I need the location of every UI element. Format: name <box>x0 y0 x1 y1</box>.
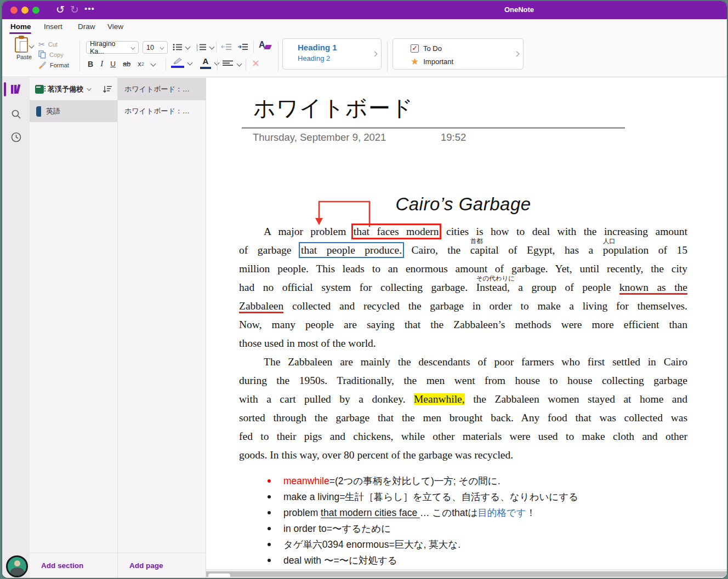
bullet-list-button[interactable] <box>173 43 183 51</box>
text-segment: known as the <box>619 282 687 293</box>
notebooks-rail-button[interactable] <box>2 78 30 101</box>
strikethrough-button[interactable]: ab <box>123 58 130 71</box>
cut-scissors-icon: ✂ <box>38 40 45 49</box>
tab-view[interactable]: View <box>107 22 123 31</box>
passage-line: during the 1950s. Traditionally, the men… <box>239 371 687 390</box>
scrollbar-thumb[interactable] <box>208 574 230 578</box>
outdent-button[interactable] <box>221 43 232 50</box>
style-heading2[interactable]: Heading 2 <box>298 54 381 62</box>
align-lines-icon <box>223 60 233 67</box>
page-title-2: ホワイトボード：… <box>124 106 190 116</box>
scrollbar-track[interactable] <box>206 571 727 577</box>
page-item-2[interactable]: ホワイトボード：… <box>118 100 206 122</box>
font-color-button[interactable]: A <box>200 56 211 69</box>
indent-button[interactable] <box>237 43 248 50</box>
numbered-list-icon: 1 2 3 <box>196 43 207 51</box>
outdent-icon <box>221 43 232 50</box>
cut-button[interactable]: ✂ Cut <box>38 39 69 49</box>
italic-button[interactable]: I <box>100 58 103 71</box>
sections-column: 茗渓予備校 英語 Add section <box>30 78 118 578</box>
paste-label: Paste <box>11 54 37 60</box>
copy-button[interactable]: Copy <box>38 49 69 60</box>
highlight-chevron-icon[interactable] <box>187 60 193 66</box>
text-segment: during the 1950s. Traditionally, the men… <box>239 375 687 386</box>
notebook-selector[interactable]: 茗渓予備校 <box>30 78 117 100</box>
text-segment: make a living=生計［暮らし］を立てる、自活する、なりわいにする <box>283 491 578 502</box>
text-segment: meanwhile <box>283 475 329 486</box>
bullet-dot-icon <box>268 511 271 514</box>
add-page-button[interactable]: Add page <box>118 553 206 578</box>
highlight-color-button[interactable] <box>171 58 184 68</box>
text-segment: 目的格です <box>477 507 526 518</box>
passage-line: goods. In this way, over 80 percent of t… <box>239 446 687 465</box>
important-star-icon: ★ <box>411 56 419 67</box>
bullet-dot-icon <box>268 559 271 562</box>
app-title: OneNote <box>497 5 541 14</box>
font-size-select[interactable]: 10 <box>143 41 168 54</box>
subscript-chevron-icon[interactable] <box>150 61 156 67</box>
add-section-label: Add section <box>41 561 83 570</box>
recent-notes-rail-button[interactable] <box>2 125 30 148</box>
indent-icon <box>237 43 248 50</box>
tag-todo[interactable]: ✓ To Do <box>411 42 523 55</box>
titlebar: ↺ ↻ ••• OneNote <box>2 1 727 19</box>
text-segment: deal with 〜=〜に対処する <box>283 555 397 566</box>
page-time: 19:52 <box>441 131 466 144</box>
note-canvas[interactable]: ホワイトボード Thursday, September 9, 2021 19:5… <box>206 78 727 578</box>
bullet-dot-icon <box>268 479 271 483</box>
undo-icon[interactable]: ↺ <box>56 2 65 18</box>
paste-button[interactable]: Paste <box>11 37 37 60</box>
underline-button[interactable]: U <box>110 58 116 71</box>
text-segment: … このthatは <box>420 507 477 518</box>
cut-label: Cut <box>48 41 58 48</box>
search-rail-button[interactable] <box>2 102 30 125</box>
numbered-list-button[interactable]: 1 2 3 <box>196 43 207 51</box>
add-section-button[interactable]: Add section <box>30 553 117 578</box>
notebook-chevron-icon <box>87 86 91 90</box>
tab-insert[interactable]: Insert <box>44 22 62 31</box>
style-heading1[interactable]: Heading 1 <box>298 43 381 52</box>
copy-label: Copy <box>49 51 64 58</box>
passage-line: those used in most of the world. <box>239 334 687 353</box>
delete-button[interactable]: ✕ <box>252 58 260 70</box>
copy-icon <box>38 50 46 59</box>
font-family-select[interactable]: Hiragino Ka... <box>86 41 139 54</box>
vocab-item: deal with 〜=〜に対処する <box>268 554 687 566</box>
rail-active-indicator <box>4 82 6 96</box>
font-size-chevron-icon <box>160 45 164 50</box>
format-painter-button[interactable]: Format <box>38 60 69 70</box>
page-item-1[interactable]: ホワイトボード：… <box>118 78 206 100</box>
paste-chevron-icon[interactable] <box>29 43 35 49</box>
redo-icon[interactable]: ↻ <box>70 2 79 18</box>
text-segment: problem <box>283 507 321 518</box>
clear-formatting-button[interactable]: A <box>259 40 265 50</box>
sort-pages-button[interactable] <box>103 85 112 94</box>
section-item-english[interactable]: 英語 <box>30 100 117 122</box>
tab-home[interactable]: Home <box>10 22 31 31</box>
passage-heading: Cairo’s Garbage <box>239 194 687 215</box>
format-brush-icon <box>38 61 47 69</box>
bold-button[interactable]: B <box>88 58 93 71</box>
bullet-dot-icon <box>268 543 271 546</box>
minimize-window-button[interactable] <box>21 7 29 14</box>
passage-block: Cairo’s Garbage A major problem that fac… <box>239 194 687 570</box>
tag-important[interactable]: ★ Important <box>411 55 523 68</box>
zoom-window-button[interactable] <box>32 7 39 14</box>
subscript-button[interactable]: x2 <box>138 58 144 71</box>
tab-draw[interactable]: Draw <box>78 22 95 31</box>
text-segment: cities is how to deal with the increasin… <box>439 226 687 237</box>
bullet-list-chevron-icon[interactable] <box>185 44 191 50</box>
text-segment: the Zabbaleen women stayed at home and <box>465 393 687 405</box>
paragraph-align-button[interactable] <box>223 60 233 67</box>
close-window-button[interactable] <box>10 7 18 14</box>
passage-line: The Zabbaleen are mainly the descendants… <box>239 353 687 371</box>
page-title[interactable]: ホワイトボード <box>253 93 414 123</box>
paragraph-align-chevron-icon[interactable] <box>237 61 242 67</box>
section-tab-icon <box>36 106 41 117</box>
user-avatar[interactable] <box>6 555 28 577</box>
text-segment: sorted through the garbage that the men … <box>239 412 687 423</box>
text-segment: =(2つの事柄を対比して)一方; その間に. <box>329 475 501 486</box>
more-options-icon[interactable]: ••• <box>84 1 95 16</box>
vocab-item: make a living=生計［暮らし］を立てる、自活する、なりわいにする <box>268 491 687 503</box>
numbered-list-chevron-icon[interactable] <box>209 44 215 50</box>
